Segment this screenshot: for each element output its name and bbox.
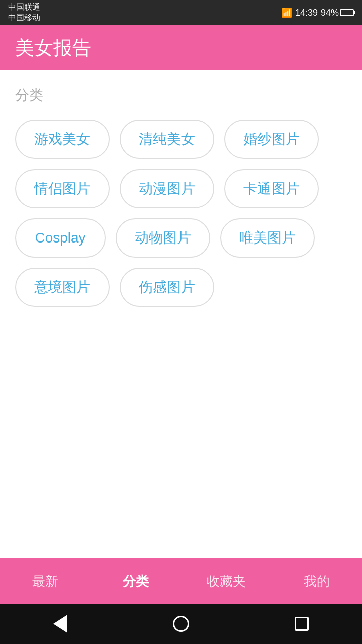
home-button[interactable] — [168, 611, 194, 636]
recents-button[interactable] — [289, 611, 314, 636]
status-bar: 中国联通 中国移动 📶 14:39 94% — [0, 0, 362, 25]
category-btn-cosplay[interactable]: Cosplay — [15, 218, 106, 258]
battery-bar — [340, 9, 354, 16]
categories-grid: 游戏美女 清纯美女 婚纱图片 情侣图片 动漫图片 卡通图片 Cosplay 动物… — [15, 120, 347, 307]
category-btn-scenery[interactable]: 意境图片 — [15, 268, 110, 307]
android-nav-bar — [0, 604, 362, 644]
battery-percent: 94% — [321, 8, 339, 18]
category-btn-sad[interactable]: 伤感图片 — [120, 268, 214, 307]
category-btn-wedding[interactable]: 婚纱图片 — [224, 120, 319, 159]
battery-icon: 94% — [321, 8, 354, 18]
signal-icon: 📶 — [281, 7, 292, 18]
home-icon — [173, 616, 189, 632]
category-btn-beautiful[interactable]: 唯美图片 — [220, 218, 315, 258]
category-btn-animal[interactable]: 动物图片 — [116, 218, 210, 258]
carrier2: 中国移动 — [8, 13, 40, 23]
app-bar: 美女报告 — [0, 25, 362, 70]
back-button[interactable] — [48, 611, 73, 636]
bottom-nav: 最新 分类 收藏夹 我的 — [0, 558, 362, 604]
carrier-info: 中国联通 中国移动 — [8, 2, 40, 23]
back-icon — [53, 615, 67, 633]
nav-latest[interactable]: 最新 — [0, 558, 90, 604]
carrier1: 中国联通 — [8, 2, 40, 13]
category-btn-anime[interactable]: 动漫图片 — [120, 169, 214, 208]
app-title: 美女报告 — [15, 35, 92, 61]
category-btn-couple[interactable]: 情侣图片 — [15, 169, 110, 208]
nav-favorites[interactable]: 收藏夹 — [181, 558, 272, 604]
section-title: 分类 — [15, 86, 347, 105]
nav-mine[interactable]: 我的 — [272, 558, 362, 604]
nav-category[interactable]: 分类 — [90, 558, 181, 604]
category-btn-game-beauty[interactable]: 游戏美女 — [15, 120, 110, 159]
status-indicators: 📶 14:39 94% — [281, 7, 354, 18]
category-btn-cartoon[interactable]: 卡通图片 — [224, 169, 319, 208]
category-btn-pure-beauty[interactable]: 清纯美女 — [120, 120, 214, 159]
main-content: 分类 游戏美女 清纯美女 婚纱图片 情侣图片 动漫图片 卡通图片 Cosplay… — [0, 70, 362, 558]
time: 14:39 — [295, 8, 318, 18]
recents-icon — [295, 617, 309, 631]
